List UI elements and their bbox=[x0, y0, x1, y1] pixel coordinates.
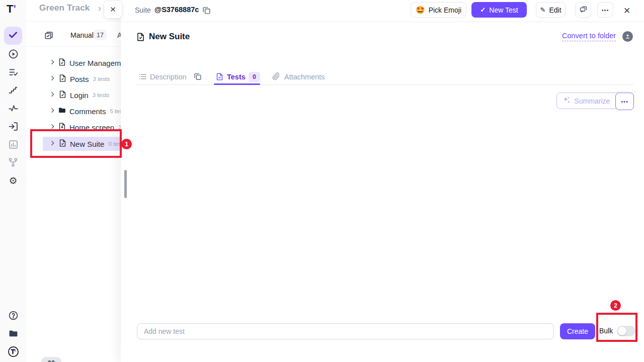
git-branch-icon bbox=[8, 157, 18, 167]
nav-help[interactable] bbox=[7, 309, 19, 321]
play-circle-icon bbox=[8, 49, 19, 59]
check-icon: ✓ bbox=[480, 6, 486, 14]
divider bbox=[26, 46, 127, 47]
summarize-more-button[interactable]: ••• bbox=[615, 93, 634, 110]
comments-button[interactable] bbox=[575, 2, 591, 18]
list-check-icon bbox=[8, 67, 19, 77]
folder-icon bbox=[58, 106, 66, 117]
tab-description[interactable]: Description bbox=[150, 73, 187, 81]
nav-plans[interactable] bbox=[7, 66, 19, 78]
assignee-avatar[interactable] bbox=[622, 31, 633, 42]
suite-title: New Suite bbox=[149, 32, 190, 42]
copy-suite-id-button[interactable] bbox=[202, 6, 211, 17]
folder-icon bbox=[8, 328, 19, 339]
edit-button[interactable]: ✎ Edit bbox=[536, 2, 566, 18]
chevron-right-icon[interactable] bbox=[49, 90, 56, 100]
modal-header: Suite @S3768887c 🤩 Pick Emoji ✓ New Test… bbox=[121, 0, 644, 22]
check-icon bbox=[8, 30, 18, 42]
suite-doc-icon bbox=[136, 32, 145, 44]
panel-close-button[interactable]: ✕ bbox=[104, 1, 122, 18]
create-button[interactable]: Create bbox=[560, 323, 595, 339]
chat-bubbles-icon bbox=[579, 5, 588, 15]
nav-projects[interactable] bbox=[7, 327, 19, 339]
nav-account[interactable] bbox=[7, 345, 19, 357]
panel-resize-handle[interactable] bbox=[124, 170, 127, 198]
divider bbox=[136, 84, 634, 85]
ellipsis-icon: ••• bbox=[621, 99, 628, 105]
copy-description-button[interactable] bbox=[194, 72, 202, 82]
summarize-button-group: Summarize ••• bbox=[556, 93, 634, 109]
annotation-box-2 bbox=[596, 313, 637, 342]
active-tab-underline bbox=[214, 83, 260, 85]
tab-tests[interactable]: Tests bbox=[227, 73, 246, 81]
nav-analytics[interactable] bbox=[7, 102, 19, 114]
pulse-icon bbox=[8, 103, 19, 114]
suite-doc-icon bbox=[58, 58, 66, 68]
suite-detail-modal: ✕ Suite @S3768887c 🤩 Pick Emoji ✓ New Te… bbox=[121, 0, 644, 362]
tree-item-comments[interactable]: Comments 5 tests bbox=[26, 104, 127, 119]
annotation-badge-2: 2 bbox=[610, 300, 621, 311]
logo-circle-icon bbox=[8, 346, 19, 357]
gear-icon: ⚙ bbox=[9, 176, 17, 186]
close-icon: ✕ bbox=[623, 6, 630, 16]
tab-manual[interactable]: Manual bbox=[70, 31, 94, 39]
manual-count-badge: 17 bbox=[94, 30, 107, 40]
manual-tests-icon bbox=[44, 31, 53, 42]
chevron-right-icon[interactable] bbox=[49, 107, 56, 116]
nav-runs[interactable] bbox=[7, 48, 19, 60]
emoji-icon: 🤩 bbox=[416, 6, 425, 15]
summarize-button[interactable]: Summarize bbox=[557, 93, 615, 109]
add-test-input[interactable] bbox=[137, 323, 554, 339]
chevron-right-icon[interactable] bbox=[49, 58, 56, 67]
stairs-icon bbox=[8, 85, 18, 95]
new-test-button[interactable]: ✓ New Test bbox=[471, 2, 527, 18]
app-root: T' ⚙ bbox=[0, 0, 644, 362]
log-in-icon bbox=[8, 121, 19, 132]
more-actions-button[interactable]: ••• bbox=[597, 2, 613, 18]
tab-attachments[interactable]: Attachments bbox=[284, 73, 325, 81]
icon-rail: T' ⚙ bbox=[0, 0, 26, 362]
suite-id: @S3768887c bbox=[154, 6, 199, 14]
nav-steps[interactable] bbox=[7, 84, 19, 96]
nav-settings[interactable]: ⚙ bbox=[7, 174, 19, 187]
chevron-right-icon: › bbox=[98, 3, 101, 14]
ellipsis-icon: ••• bbox=[602, 7, 609, 13]
bar-chart-icon bbox=[8, 139, 19, 150]
divider bbox=[26, 21, 127, 22]
help-icon bbox=[8, 310, 19, 321]
tests-count-badge: 0 bbox=[249, 72, 260, 82]
tree-item-login[interactable]: Login 3 tests bbox=[26, 87, 127, 103]
project-title[interactable]: Green Track bbox=[39, 3, 90, 13]
annotation-box-1 bbox=[30, 129, 122, 158]
pick-emoji-button[interactable]: 🤩 Pick Emoji bbox=[411, 2, 466, 18]
close-icon: ✕ bbox=[110, 5, 116, 14]
paperclip-icon bbox=[272, 72, 280, 82]
suite-doc-icon bbox=[58, 74, 67, 84]
suite-tree-panel: Green Track › Manual 17 Automated User M… bbox=[26, 0, 127, 362]
nav-import[interactable] bbox=[7, 120, 19, 132]
description-list-icon bbox=[138, 72, 147, 83]
bottom-badge: 00 bbox=[41, 357, 61, 362]
modal-close-button[interactable]: ✕ bbox=[622, 6, 632, 16]
suite-type-label: Suite bbox=[135, 6, 151, 14]
nav-reports[interactable] bbox=[7, 138, 19, 150]
pencil-icon: ✎ bbox=[540, 6, 545, 14]
tree-item-posts[interactable]: Posts 3 tests bbox=[26, 71, 127, 86]
suite-doc-icon bbox=[58, 90, 67, 101]
app-logo[interactable]: T' bbox=[7, 3, 16, 16]
sparkles-icon bbox=[562, 96, 571, 106]
tree-item-user-management[interactable]: User Management bbox=[26, 55, 127, 70]
nav-tests-active[interactable] bbox=[4, 27, 22, 45]
annotation-badge-1: 1 bbox=[121, 139, 132, 149]
tests-doc-icon bbox=[215, 72, 224, 83]
chevron-right-icon[interactable] bbox=[49, 74, 56, 83]
nav-branches[interactable] bbox=[7, 156, 19, 168]
convert-to-folder-link[interactable]: Convert to folder bbox=[562, 32, 616, 41]
